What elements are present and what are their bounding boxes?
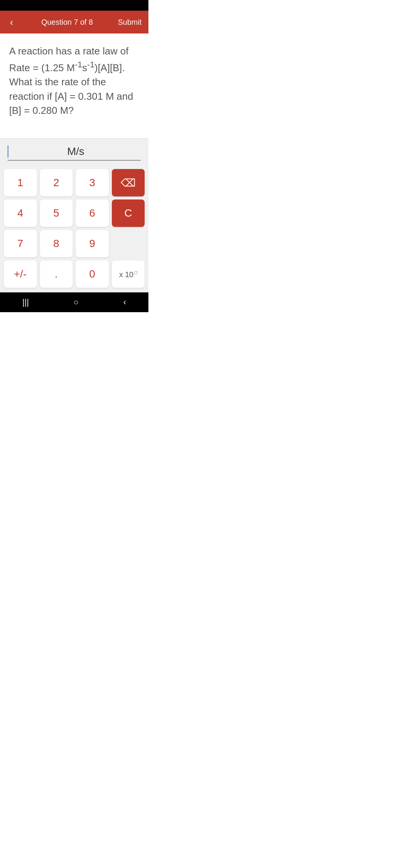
key-2[interactable]: 2	[40, 169, 73, 196]
question-text: A reaction has a rate law of Rate = (1.2…	[9, 44, 139, 118]
answer-area: M/s	[0, 138, 148, 166]
clear-label: C	[124, 207, 132, 219]
key-1[interactable]: 1	[4, 169, 37, 196]
question-area: A reaction has a rate law of Rate = (1.2…	[0, 34, 148, 138]
submit-button[interactable]: Submit	[118, 18, 142, 27]
key-x10[interactable]: x 10□	[112, 260, 145, 288]
question-progress: Question 7 of 8	[41, 18, 93, 27]
backspace-icon: ⌫	[121, 177, 136, 189]
cursor-indicator	[8, 145, 8, 158]
back-button[interactable]: ‹	[7, 15, 16, 30]
backspace-button[interactable]: ⌫	[112, 169, 145, 196]
x10-label: x 10□	[119, 270, 137, 279]
nav-back-icon[interactable]: ‹	[116, 294, 134, 310]
key-0[interactable]: 0	[76, 260, 109, 288]
answer-value: M/s	[11, 145, 141, 158]
key-9[interactable]: 9	[76, 230, 109, 257]
key-3[interactable]: 3	[76, 169, 109, 196]
key-6[interactable]: 6	[76, 199, 109, 227]
nav-bar: ||| ○ ‹	[0, 292, 148, 312]
keypad: 1 2 3 ⌫ 4 5 6 C 7 8 9 +/- . 0 x 10□	[0, 166, 148, 292]
nav-home-icon[interactable]: ○	[66, 294, 86, 310]
app-header: ‹ Question 7 of 8 Submit	[0, 11, 148, 34]
key-8[interactable]: 8	[40, 230, 73, 257]
answer-input-row[interactable]: M/s	[8, 145, 141, 161]
nav-menu-icon[interactable]: |||	[15, 294, 37, 310]
key-plus-minus[interactable]: +/-	[4, 260, 37, 288]
key-4[interactable]: 4	[4, 199, 37, 227]
key-decimal[interactable]: .	[40, 260, 73, 288]
key-5[interactable]: 5	[40, 199, 73, 227]
key-7[interactable]: 7	[4, 230, 37, 257]
status-bar	[0, 0, 148, 11]
keypad-spacer	[112, 230, 145, 257]
clear-button[interactable]: C	[112, 199, 145, 227]
